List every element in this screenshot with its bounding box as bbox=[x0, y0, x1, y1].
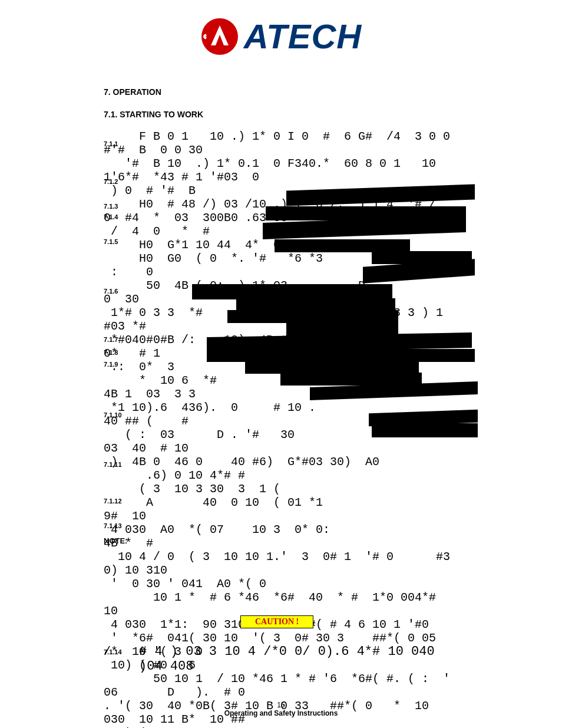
note-label: NOTE: bbox=[104, 536, 127, 545]
redaction-bar bbox=[192, 284, 392, 299]
list-item-number: 7.1.1 bbox=[104, 140, 118, 147]
redaction-bar bbox=[372, 423, 478, 437]
svg-point-0 bbox=[201, 18, 238, 55]
logo-text: ATECH bbox=[244, 17, 362, 56]
list-item-number: 7.1.12 bbox=[104, 498, 122, 505]
list-item-number: 7.1.6 bbox=[104, 288, 118, 295]
last-item-text: # 4 ) 03 3 10 4 /*0 0/ 0).6 4*# 10 040 )… bbox=[139, 644, 457, 674]
content-area: 7. OPERATION 7.1. STARTING TO WORK F B 0… bbox=[104, 87, 457, 595]
caution-banner: CAUTION ! bbox=[240, 615, 313, 628]
body-area: F B 0 1 10 .) 1* 0 I 0 # 6 G# /4 3 0 0 #… bbox=[104, 130, 457, 595]
list-item-number: 7.1.7 bbox=[104, 336, 118, 343]
list-item-number: 7.1.3 bbox=[104, 203, 118, 210]
page-number: 15 bbox=[0, 701, 562, 709]
list-item-number: 7.1.9 bbox=[104, 361, 118, 368]
redaction-bar bbox=[236, 298, 395, 311]
list-item-number: 7.1.4 bbox=[104, 213, 118, 220]
redaction-bar bbox=[275, 239, 410, 252]
list-item-number: 7.1.13 bbox=[104, 522, 122, 529]
page-footer: 15 Operating and Safety Instructions bbox=[0, 701, 562, 717]
list-item-number: 7.1.10 bbox=[104, 411, 122, 419]
section-heading: 7. OPERATION bbox=[104, 87, 457, 97]
logo-icon bbox=[200, 17, 239, 56]
redaction-bar bbox=[245, 360, 419, 374]
list-item-number: 7.1.11 bbox=[104, 461, 122, 468]
footer-title: Operating and Safety Instructions bbox=[0, 709, 562, 717]
logo-container: ATECH bbox=[0, 0, 562, 67]
subsection-heading: 7.1. STARTING TO WORK bbox=[104, 110, 457, 119]
list-item-number: 7.1.5 bbox=[104, 238, 118, 245]
redaction-bar bbox=[227, 310, 398, 323]
logo: ATECH bbox=[200, 17, 362, 56]
list-item-number: 7.1.8 bbox=[104, 349, 118, 356]
list-item-number: 7.1.14 bbox=[104, 648, 122, 655]
list-item-number: 7.1.2 bbox=[104, 178, 118, 185]
